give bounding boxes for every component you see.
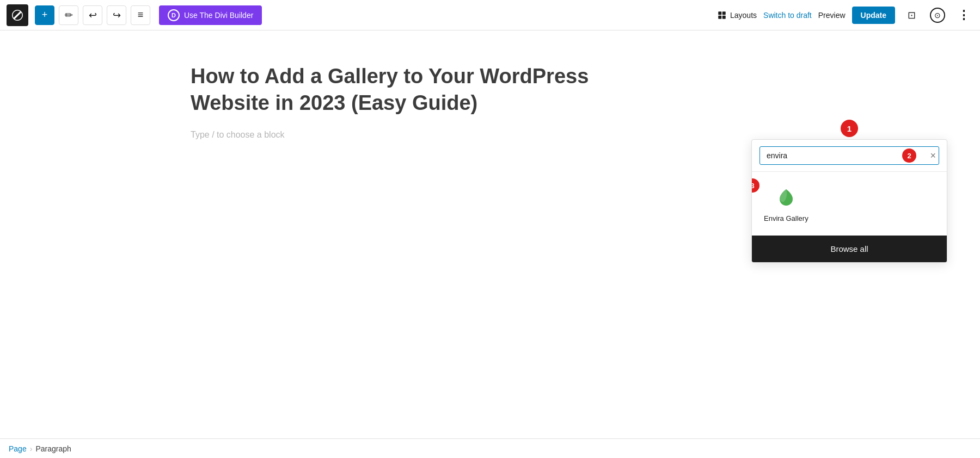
undo-button[interactable]: ↩ [83,5,102,25]
layouts-button[interactable]: Layouts [717,10,757,20]
sidebar-icon: ⊡ [908,9,916,21]
toolbar: + ✏ ↩ ↪ ≡ D Use The Divi Builder Layouts… [0,0,980,30]
clear-search-button[interactable]: × [930,151,936,160]
add-block-toolbar-button[interactable]: + [35,5,54,25]
redo-button[interactable]: ↪ [107,5,126,25]
switch-to-draft-button[interactable]: Switch to draft [763,11,812,20]
options-menu-button[interactable]: ⋮ [954,5,973,25]
plus-icon: + [42,9,48,21]
search-results: 3 Envira Gallery [752,172,947,236]
preview-button[interactable]: Preview [818,11,846,20]
user-icon: ⊙ [930,8,945,23]
editor-content: How to Add a Gallery to Your WordPress W… [0,30,599,172]
toolbar-right: Layouts Switch to draft Preview Update ⊡… [717,5,973,25]
divi-icon: D [168,9,180,21]
svg-rect-0 [718,11,721,15]
edit-button[interactable]: ✏ [59,5,78,25]
undo-icon: ↩ [89,9,97,21]
breadcrumb-paragraph[interactable]: Paragraph [35,444,71,453]
kebab-icon: ⋮ [958,8,970,22]
svg-rect-2 [718,15,721,18]
step-badge-3: 3 [751,178,759,193]
step-badge-1: 1 [841,120,858,137]
post-title[interactable]: How to Add a Gallery to Your WordPress W… [191,63,599,117]
block-search-popup: 2 × 3 Envira Gallery Browse all [751,139,947,263]
layouts-label: Layouts [730,11,757,20]
divi-builder-button[interactable]: D Use The Divi Builder [159,5,262,25]
update-button[interactable]: Update [852,7,895,24]
browse-all-button[interactable]: Browse all [752,236,947,262]
svg-rect-3 [722,15,726,18]
envira-icon [773,185,799,211]
step-badge-2: 2 [902,148,916,163]
sidebar-toggle-button[interactable]: ⊡ [902,5,921,25]
breadcrumb-separator: › [30,444,33,453]
divi-button-label: Use The Divi Builder [184,11,253,20]
redo-icon: ↪ [113,9,121,21]
pencil-icon: ✏ [65,9,73,21]
block-placeholder[interactable]: Type / to choose a block [191,130,599,140]
search-container: 2 × [752,140,947,172]
more-tools-button[interactable]: ≡ [131,5,150,25]
wp-logo[interactable] [7,4,28,26]
svg-rect-1 [722,11,726,15]
breadcrumb-page[interactable]: Page [9,444,27,453]
list-icon: ≡ [138,9,144,21]
envira-gallery-result[interactable]: Envira Gallery [759,181,813,227]
envira-gallery-label: Envira Gallery [764,214,808,222]
user-icon-button[interactable]: ⊙ [928,5,947,25]
status-bar: Page › Paragraph [0,438,980,458]
